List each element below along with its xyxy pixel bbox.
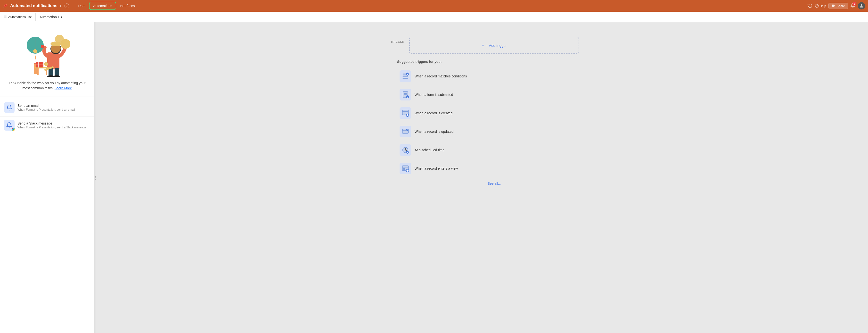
trigger-label: TRIGGER [385,37,404,43]
help-label: Help [820,4,826,8]
suggestions-section: Suggested triggers for you: When a recor… [397,60,591,185]
svg-rect-31 [403,78,408,79]
help-button[interactable]: Help [815,4,826,8]
app-title: Automated notifications [10,3,58,8]
info-icon[interactable]: ? [64,3,69,8]
suggestion-record-updated[interactable]: When a record is updated [397,122,591,141]
share-label: Share [836,4,845,8]
suggestion-scheduled-time-text: At a scheduled time [414,148,444,152]
svg-point-2 [832,4,834,6]
tab-data[interactable]: Data [75,2,89,9]
see-all-section: See all... [397,182,591,185]
send-email-title: Send an email [18,103,91,108]
user-avatar[interactable] [858,2,865,9]
suggestion-record-created-text: When a record is created [414,111,453,115]
automation-name-chevron: ▾ [61,15,62,19]
send-slack-icon-wrap [4,120,14,130]
history-icon[interactable] [808,3,812,9]
suggestion-record-created[interactable]: When a record is created [397,104,591,122]
sidebar-automation-item-send-email[interactable]: Send an email When Format is Presentatio… [0,99,94,117]
suggestion-form-submitted-text: When a form is submitted [414,93,453,97]
plus-icon: + [482,43,485,48]
automation-name-header[interactable]: Automation 1 ▾ [39,15,62,19]
share-button[interactable]: Share [829,3,848,9]
suggestion-record-enters-view[interactable]: When a record enters a view [397,159,591,178]
automations-list-toggle[interactable]: ☰ Automations List [4,15,32,19]
add-trigger-button[interactable]: + + Add trigger [409,37,579,54]
add-trigger-label: + Add trigger [486,43,506,48]
svg-rect-55 [403,168,405,169]
suggestion-record-matches-text: When a record matches conditions [414,74,467,78]
svg-point-24 [44,62,48,66]
svg-point-15 [47,75,54,77]
svg-point-32 [406,72,409,76]
svg-rect-47 [403,130,405,130]
scheduled-time-icon [400,144,411,156]
svg-rect-18 [37,68,38,75]
svg-point-12 [61,39,70,49]
send-email-info: Send an email When Format is Presentatio… [18,103,91,112]
form-submitted-icon [400,89,411,100]
suggestion-record-matches[interactable]: When a record matches conditions [397,67,591,85]
main-layout: Let Airtable do the work for you by auto… [0,22,868,333]
sidebar-illustration [0,22,94,81]
suggestion-form-submitted[interactable]: When a form is submitted [397,85,591,104]
sidebar-desc-text: Let Airtable do the work for you by auto… [9,81,86,90]
nav-tabs: Data Automations Interfaces [75,2,138,9]
record-matches-icon [400,70,411,82]
secondbar-divider [35,13,36,21]
notification-badge: 0 [852,2,856,6]
svg-point-37 [406,95,409,98]
svg-rect-56 [403,170,405,170]
title-chevron-icon[interactable]: ▾ [60,4,61,7]
send-email-sub: When Format is Presentation, send an ema… [18,108,91,112]
sidebar-automation-item-send-slack[interactable]: Send a Slack message When Format is Pres… [0,117,94,134]
send-slack-sub: When Format is Presentation, send a Slac… [18,126,91,129]
suggestions-title: Suggested triggers for you: [397,60,591,64]
send-email-icon-wrap [4,102,14,113]
suggestion-record-updated-text: When a record is updated [414,130,454,133]
svg-point-27 [33,49,37,53]
record-updated-icon [400,126,411,138]
learn-more-link[interactable]: Learn More [55,86,72,90]
automations-list-label: Automations List [8,15,32,19]
svg-point-16 [53,75,60,77]
send-slack-title: Send a Slack message [18,121,91,125]
pin-icon: 📌 [3,4,8,8]
see-all-link[interactable]: See all... [488,182,501,185]
tab-interfaces[interactable]: Interfaces [117,2,138,9]
svg-point-52 [406,151,409,154]
record-created-icon [400,107,411,119]
secondary-bar: ☰ Automations List Automation 1 ▾ [0,12,868,22]
svg-point-11 [51,41,61,47]
sidebar: Let Airtable do the work for you by auto… [0,22,95,333]
suggestion-scheduled-time[interactable]: At a scheduled time [397,141,591,159]
hamburger-icon: ☰ [4,15,7,19]
top-navigation: 📌 Automated notifications ▾ ? Data Autom… [0,0,868,12]
automation-name-text: Automation 1 [39,15,60,19]
svg-point-28 [41,45,44,48]
svg-rect-30 [403,76,408,77]
notifications-button[interactable]: 0 [850,3,856,9]
svg-point-3 [861,4,862,6]
main-content: TRIGGER + + Add trigger Suggested trigge… [96,22,868,333]
suggestion-record-enters-view-text: When a record enters a view [414,166,458,171]
topnav-right: Help Share 0 [808,2,865,9]
tab-automations[interactable]: Automations [90,2,116,9]
send-slack-info: Send a Slack message When Format is Pres… [18,121,91,129]
trigger-section: TRIGGER + + Add trigger [385,37,579,54]
sidebar-description: Let Airtable do the work for you by auto… [0,81,94,95]
record-enters-view-icon [400,162,411,174]
